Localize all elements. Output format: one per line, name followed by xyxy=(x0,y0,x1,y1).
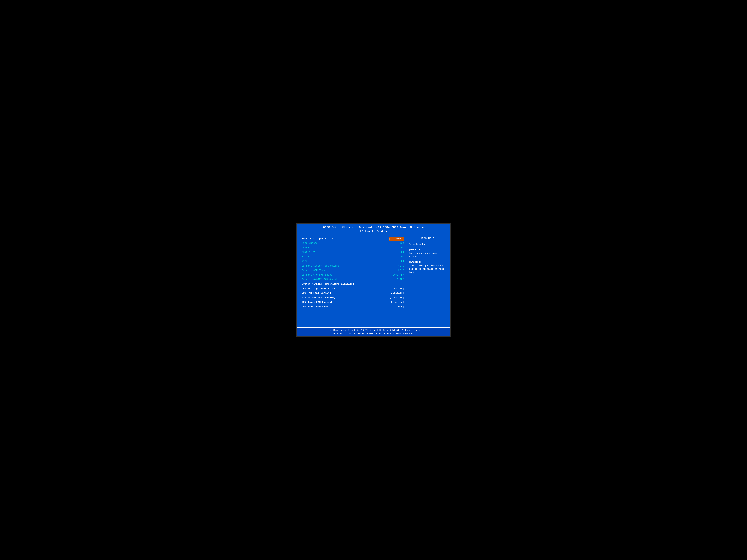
row-label: Current SYSTEM FAN Speed xyxy=(302,277,352,282)
row-value: OK xyxy=(401,255,404,259)
row-value: [Disabled] xyxy=(389,291,404,295)
help-block: [Disabled]Don't reset case open status xyxy=(409,248,446,259)
footer-line1: ↑↓→←:Move Enter:Select +/-/PU/PD:Value F… xyxy=(299,329,448,332)
main-area: Reset Case Open Status[Disabled]Case Ope… xyxy=(299,235,448,327)
row-label: Current System Temperature xyxy=(302,264,352,268)
table-row[interactable]: Reset Case Open Status[Disabled] xyxy=(302,237,404,241)
row-label: Case Opened xyxy=(302,241,352,245)
table-row[interactable]: Current CPU FAN Speed1483 RPM xyxy=(302,273,404,277)
row-value: Yes xyxy=(400,241,404,245)
table-row[interactable]: Current CPU Temperature28°C xyxy=(302,268,404,272)
help-block: [Enabled]Clear case open status and set … xyxy=(409,261,446,274)
table-row[interactable]: CPU Smart FAN Control[Enabled] xyxy=(302,300,404,304)
row-label: Vcore xyxy=(302,246,352,250)
row-label: System Warning Temperature[Disabled] xyxy=(302,282,354,286)
item-help-title: Item Help xyxy=(409,237,446,240)
row-value: OK xyxy=(401,246,404,250)
menu-level-label: Menu Level xyxy=(409,243,423,246)
row-value: 1483 RPM xyxy=(392,273,404,277)
row-label: SYSTEM FAN Fail Warning xyxy=(302,296,352,299)
row-label: +3.3V xyxy=(302,255,352,259)
row-value: [Disabled] xyxy=(389,287,404,291)
table-row[interactable]: CPU FAN Fail Warning[Disabled] xyxy=(302,291,404,295)
table-row[interactable]: CPU Smart FAN Mode[Auto] xyxy=(302,305,404,309)
row-value: OK xyxy=(401,250,404,254)
left-panel: Reset Case Open Status[Disabled]Case Ope… xyxy=(299,235,407,327)
bios-screen: CMOS Setup Utility - Copyright (C) 1984-… xyxy=(296,222,451,338)
right-panel: Item Help Menu Level ► [Disabled]Don't r… xyxy=(407,235,448,327)
title-bar: CMOS Setup Utility - Copyright (C) 1984-… xyxy=(298,224,449,235)
help-option-label: [Disabled] xyxy=(409,248,446,251)
row-label: CPU Smart FAN Control xyxy=(302,300,352,304)
row-label: +12V xyxy=(302,259,352,263)
help-option-description: Clear case open status and set to be Dis… xyxy=(409,264,444,274)
row-label: CPU FAN Fail Warning xyxy=(302,291,352,295)
row-value: OK xyxy=(401,259,404,263)
row-value: [Enabled] xyxy=(391,300,404,304)
help-option-description: Don't reset case open status xyxy=(409,252,437,258)
title-line1: CMOS Setup Utility - Copyright (C) 1984-… xyxy=(298,225,449,230)
table-row[interactable]: SYSTEM FAN Fail Warning[Disabled] xyxy=(302,296,404,299)
title-line2: PC Health Status xyxy=(298,230,449,234)
table-row[interactable]: Case OpenedYes xyxy=(302,241,404,245)
table-row[interactable]: +12VOK xyxy=(302,259,404,263)
table-row[interactable]: System Warning Temperature[Disabled] xyxy=(302,282,404,286)
footer: ↑↓→←:Move Enter:Select +/-/PU/PD:Value F… xyxy=(298,327,449,336)
row-value: [Disabled] xyxy=(389,237,404,241)
table-row[interactable]: CPU Warning Temperature[Disabled] xyxy=(302,287,404,291)
divider-top xyxy=(409,242,446,242)
row-value: 28°C xyxy=(398,268,404,272)
row-label: Reset Case Open Status xyxy=(302,237,352,241)
row-label: Current CPU FAN Speed xyxy=(302,273,352,277)
table-row[interactable]: Current SYSTEM FAN Speed0 RPM xyxy=(302,277,404,282)
row-label: CPU Smart FAN Mode xyxy=(302,305,352,309)
menu-level: Menu Level ► xyxy=(409,243,446,246)
row-value: 0 RPM xyxy=(397,277,404,282)
help-option-label: [Enabled] xyxy=(409,261,446,264)
row-label: DDR2 1.8V xyxy=(302,250,352,254)
table-row[interactable]: Current System Temperature42°C xyxy=(302,264,404,268)
help-text: [Disabled]Don't reset case open status[E… xyxy=(409,248,446,276)
row-value: [Disabled] xyxy=(389,296,404,299)
table-row[interactable]: DDR2 1.8VOK xyxy=(302,250,404,254)
table-row[interactable]: VcoreOK xyxy=(302,246,404,250)
table-row[interactable]: +3.3VOK xyxy=(302,255,404,259)
row-value: 42°C xyxy=(398,264,404,268)
row-label: Current CPU Temperature xyxy=(302,268,352,272)
row-value: [Auto] xyxy=(395,305,404,309)
footer-line2: F5:Previous Values F6:Fail-Safe Defaults… xyxy=(299,332,448,336)
menu-arrow-icon: ► xyxy=(424,243,426,246)
row-label: CPU Warning Temperature xyxy=(302,287,352,291)
